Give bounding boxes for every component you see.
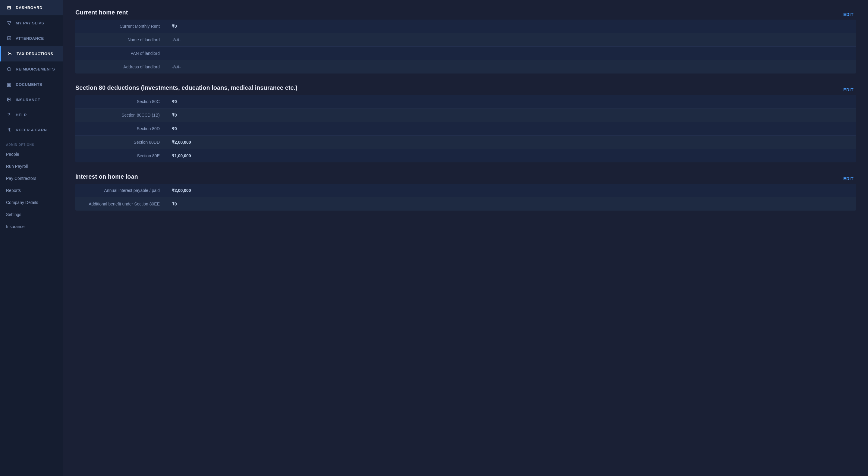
home-rent-section: Current home rent EDIT Current Monthly R… [75, 9, 856, 73]
table-row: Annual interest payable / paid₹2,00,000 [75, 184, 856, 197]
insurance-icon: ⛨ [6, 97, 12, 102]
home-loan-title: Interest on home loan [75, 173, 138, 184]
row-value: ₹2,00,000 [166, 184, 856, 197]
row-label: Additional benefit under Section 80EE [75, 197, 166, 211]
home-loan-section: Interest on home loan EDIT Annual intere… [75, 173, 856, 211]
sidebar-item-label: DOCUMENTS [16, 82, 42, 87]
row-label: Section 80DD [75, 135, 166, 149]
main-content: Current home rent EDIT Current Monthly R… [63, 0, 868, 476]
row-label: Annual interest payable / paid [75, 184, 166, 197]
home-rent-box: Current Monthly Rent₹0Name of landlord-N… [75, 20, 856, 73]
section80-box: Section 80C₹0Section 80CCD (1B)₹0Section… [75, 95, 856, 162]
table-row: Address of landlord-NA- [75, 60, 856, 73]
sidebar-admin-item-people[interactable]: People [0, 148, 63, 160]
row-value: ₹0 [166, 122, 856, 135]
table-row: Section 80D₹0 [75, 122, 856, 135]
sidebar-admin-item-settings[interactable]: Settings [0, 209, 63, 221]
attendance-icon: ☑ [6, 36, 12, 41]
row-value: ₹2,00,000 [166, 135, 856, 149]
sidebar-item-label: HELP [16, 113, 27, 117]
sidebar-item-label: REIMBURSEMENTS [16, 67, 55, 71]
row-value: ₹0 [166, 108, 856, 122]
documents-icon: ▣ [6, 82, 12, 87]
reimbursements-icon: ⬡ [6, 66, 12, 72]
table-row: Name of landlord-NA- [75, 33, 856, 47]
section80-edit-button[interactable]: EDIT [841, 86, 856, 93]
sidebar-admin-item-pay-contractors[interactable]: Pay Contractors [0, 172, 63, 184]
sidebar-item-label: DASHBOARD [16, 5, 42, 10]
row-label: PAN of landlord [75, 47, 166, 60]
row-label: Section 80CCD (1B) [75, 108, 166, 122]
sidebar-item-documents[interactable]: ▣ DOCUMENTS [0, 77, 63, 92]
row-label: Section 80E [75, 149, 166, 162]
table-row: Section 80C₹0 [75, 95, 856, 108]
sidebar-admin-item-company-details[interactable]: Company Details [0, 196, 63, 209]
sidebar-admin-item-insurance-admin[interactable]: Insurance [0, 221, 63, 232]
row-label: Section 80C [75, 95, 166, 108]
sidebar-item-label: TAX DEDUCTIONS [17, 52, 53, 56]
section80-section: Section 80 deductions (investments, educ… [75, 84, 856, 162]
home-rent-title: Current home rent [75, 9, 128, 20]
sidebar-admin: PeopleRun PayrollPay ContractorsReportsC… [0, 148, 63, 232]
table-row: Section 80CCD (1B)₹0 [75, 108, 856, 122]
admin-options-label: ADMIN OPTIONS [0, 138, 63, 148]
sidebar-item-label: INSURANCE [16, 98, 40, 102]
help-icon: ? [6, 112, 12, 118]
section80-title: Section 80 deductions (investments, educ… [75, 84, 298, 95]
sidebar-item-attendance[interactable]: ☑ ATTENDANCE [0, 31, 63, 46]
sidebar-admin-item-run-payroll[interactable]: Run Payroll [0, 160, 63, 172]
home-rent-edit-button[interactable]: EDIT [841, 11, 856, 18]
table-row: Section 80E₹1,00,000 [75, 149, 856, 162]
row-value: ₹0 [166, 20, 856, 33]
row-label: Section 80D [75, 122, 166, 135]
pay-slips-icon: ▽ [6, 20, 12, 26]
tax-deductions-icon: ✂ [7, 51, 13, 57]
sidebar-item-label: ATTENDANCE [16, 36, 44, 41]
table-row: PAN of landlord [75, 47, 856, 60]
row-value [166, 49, 856, 58]
sidebar: ⊞ DASHBOARD ▽ MY PAY SLIPS ☑ ATTENDANCE … [0, 0, 63, 476]
home-loan-box: Annual interest payable / paid₹2,00,000A… [75, 184, 856, 211]
home-loan-header: Interest on home loan EDIT [75, 173, 856, 184]
row-value: ₹0 [166, 197, 856, 211]
sidebar-admin-item-reports[interactable]: Reports [0, 184, 63, 196]
sidebar-item-refer-earn[interactable]: ₹ REFER & EARN [0, 122, 63, 138]
section80-header: Section 80 deductions (investments, educ… [75, 84, 856, 95]
row-value: -NA- [166, 60, 856, 73]
home-loan-edit-button[interactable]: EDIT [841, 175, 856, 182]
row-value: ₹1,00,000 [166, 149, 856, 162]
row-value: -NA- [166, 33, 856, 46]
refer-earn-icon: ₹ [6, 127, 12, 133]
sidebar-item-dashboard[interactable]: ⊞ DASHBOARD [0, 0, 63, 15]
sidebar-nav: ⊞ DASHBOARD ▽ MY PAY SLIPS ☑ ATTENDANCE … [0, 0, 63, 138]
sidebar-item-pay-slips[interactable]: ▽ MY PAY SLIPS [0, 15, 63, 31]
row-label: Address of landlord [75, 60, 166, 73]
sidebar-item-tax-deductions[interactable]: ✂ TAX DEDUCTIONS [0, 46, 63, 61]
row-value: ₹0 [166, 95, 856, 108]
sidebar-item-insurance[interactable]: ⛨ INSURANCE [0, 92, 63, 107]
row-label: Name of landlord [75, 33, 166, 46]
table-row: Section 80DD₹2,00,000 [75, 135, 856, 149]
sidebar-item-reimbursements[interactable]: ⬡ REIMBURSEMENTS [0, 61, 63, 77]
home-rent-header: Current home rent EDIT [75, 9, 856, 20]
row-label: Current Monthly Rent [75, 20, 166, 33]
table-row: Current Monthly Rent₹0 [75, 20, 856, 33]
table-row: Additional benefit under Section 80EE₹0 [75, 197, 856, 211]
dashboard-icon: ⊞ [6, 5, 12, 10]
sidebar-item-help[interactable]: ? HELP [0, 107, 63, 122]
sidebar-item-label: MY PAY SLIPS [16, 21, 44, 25]
sidebar-item-label: REFER & EARN [16, 128, 47, 132]
